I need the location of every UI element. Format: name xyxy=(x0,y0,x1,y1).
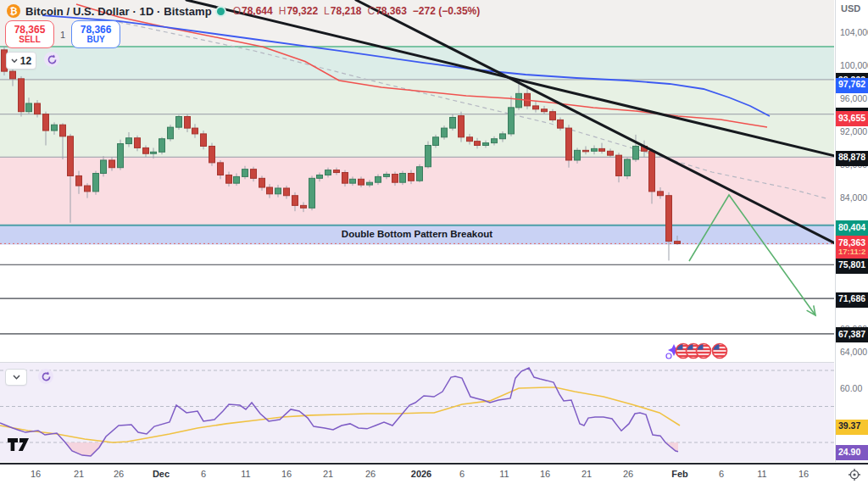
candle[interactable] xyxy=(35,103,41,114)
candle[interactable] xyxy=(575,150,581,160)
buy-button[interactable]: 78,366 BUY xyxy=(71,20,120,48)
rsi-dropdown[interactable] xyxy=(5,369,27,386)
candle[interactable] xyxy=(334,170,340,173)
candle[interactable] xyxy=(201,134,207,147)
candle[interactable] xyxy=(558,120,564,128)
candle[interactable] xyxy=(442,128,448,137)
candle[interactable] xyxy=(616,155,622,175)
candle[interactable] xyxy=(118,144,124,168)
buy-label: BUY xyxy=(87,36,105,45)
candle[interactable] xyxy=(176,117,182,128)
candle[interactable] xyxy=(675,242,681,244)
candle[interactable] xyxy=(583,150,589,152)
candle[interactable] xyxy=(292,196,298,206)
tradingview-logo[interactable] xyxy=(7,436,32,456)
candle[interactable] xyxy=(10,71,16,79)
candle[interactable] xyxy=(649,151,655,192)
candle[interactable] xyxy=(301,205,307,208)
candle[interactable] xyxy=(218,163,224,175)
rsi-refresh-icon[interactable] xyxy=(38,369,53,384)
candle[interactable] xyxy=(342,173,348,184)
candle[interactable] xyxy=(550,112,556,120)
candle[interactable] xyxy=(475,142,481,146)
candle[interactable] xyxy=(492,139,498,143)
candle[interactable] xyxy=(509,108,515,134)
price-badge: 88,878 xyxy=(836,151,868,166)
candle[interactable] xyxy=(309,178,315,208)
candle[interactable] xyxy=(143,147,149,153)
candle[interactable] xyxy=(234,176,240,183)
pattern-count-dropdown[interactable]: 12 xyxy=(6,52,36,70)
candle[interactable] xyxy=(359,179,364,185)
candle[interactable] xyxy=(599,148,605,151)
candle[interactable] xyxy=(259,178,265,187)
candle[interactable] xyxy=(367,182,373,185)
candle[interactable] xyxy=(109,160,115,168)
candle[interactable] xyxy=(26,103,32,112)
candle[interactable] xyxy=(226,175,232,183)
sell-price: 78,365 xyxy=(14,25,46,36)
market-status-dot xyxy=(217,8,225,15)
candle[interactable] xyxy=(275,188,281,194)
candle[interactable] xyxy=(43,114,49,131)
price-badge: 67,387 xyxy=(836,327,868,342)
candle[interactable] xyxy=(151,152,157,153)
candle[interactable] xyxy=(68,136,74,176)
candle[interactable] xyxy=(592,148,598,151)
candle[interactable] xyxy=(93,174,99,192)
candle[interactable] xyxy=(392,174,398,182)
candle[interactable] xyxy=(625,159,631,175)
candle[interactable] xyxy=(185,117,191,129)
candle[interactable] xyxy=(267,187,273,194)
candle[interactable] xyxy=(516,93,522,108)
us-economic-event-icons[interactable] xyxy=(666,343,727,359)
sell-button[interactable]: 78,365 SELL xyxy=(5,20,54,48)
candle[interactable] xyxy=(459,116,465,137)
candle[interactable] xyxy=(209,146,215,162)
candle[interactable] xyxy=(633,146,639,159)
candle[interactable] xyxy=(60,125,66,136)
candle[interactable] xyxy=(409,174,415,181)
candle[interactable] xyxy=(192,128,198,134)
chart-canvas[interactable]: Double Bottom Pattern Breakout ₿ Bitcoin… xyxy=(0,0,834,462)
candle[interactable] xyxy=(101,160,107,174)
candle[interactable] xyxy=(135,138,141,148)
candle[interactable] xyxy=(52,125,58,131)
candle[interactable] xyxy=(376,176,381,182)
candle[interactable] xyxy=(500,134,506,139)
candle[interactable] xyxy=(400,174,406,183)
candle[interactable] xyxy=(350,179,356,183)
candle[interactable] xyxy=(76,175,82,186)
candle[interactable] xyxy=(126,138,132,144)
candle[interactable] xyxy=(326,170,331,175)
candle[interactable] xyxy=(284,188,290,196)
time-axis[interactable]: 162126Dec6111621262026611162126Feb61116 xyxy=(0,463,868,484)
candle[interactable] xyxy=(608,151,614,155)
candle[interactable] xyxy=(483,143,489,146)
candle[interactable] xyxy=(658,192,664,196)
candle[interactable] xyxy=(317,175,323,178)
candle[interactable] xyxy=(242,170,248,177)
candle[interactable] xyxy=(450,117,456,128)
candle[interactable] xyxy=(542,109,548,112)
price-axis[interactable]: USD 104,000100,00096,00092,00088,00084,0… xyxy=(835,0,868,462)
candle[interactable] xyxy=(533,106,539,109)
candle[interactable] xyxy=(251,170,257,179)
candle[interactable] xyxy=(159,139,165,153)
candle[interactable] xyxy=(384,174,390,176)
candle[interactable] xyxy=(433,137,439,146)
time-tick: 26 xyxy=(623,469,633,479)
rsi-tick: 60.00 xyxy=(840,383,862,393)
refresh-icon[interactable] xyxy=(44,52,59,67)
candle[interactable] xyxy=(417,167,423,181)
symbol-title[interactable]: Bitcoin / U.S. Dollar · 1D · Bitstamp xyxy=(25,5,212,18)
time-tick: 21 xyxy=(323,469,333,479)
candle[interactable] xyxy=(19,79,25,112)
settings-gear-icon[interactable] xyxy=(848,468,861,484)
candle[interactable] xyxy=(168,127,174,139)
candle[interactable] xyxy=(467,137,473,142)
candle[interactable] xyxy=(566,128,572,160)
price-tick: 92,000 xyxy=(840,126,867,136)
candle[interactable] xyxy=(85,186,91,192)
candle[interactable] xyxy=(426,146,431,167)
